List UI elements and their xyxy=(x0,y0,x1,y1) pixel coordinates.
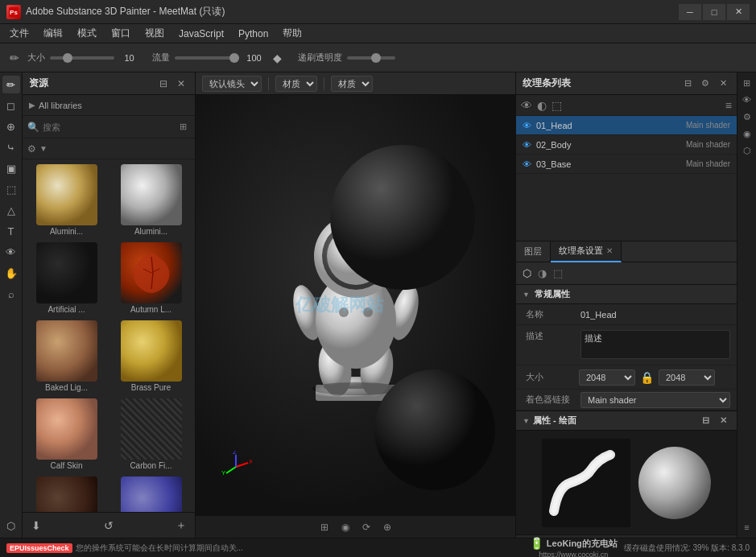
rt-icon3[interactable]: ⚙ xyxy=(740,109,754,124)
menu-help[interactable]: 帮助 xyxy=(276,25,308,42)
battery-icon: 🔋 xyxy=(530,537,543,550)
eye-tool[interactable]: 👁 xyxy=(2,243,20,261)
svg-text:Z: Z xyxy=(233,451,237,456)
camera-select[interactable]: 软认镜头 xyxy=(202,76,262,92)
brush-icon: ✏ xyxy=(6,50,23,66)
ts-toolbar: 👁 ◐ ⬚ ≡ xyxy=(516,95,737,116)
channel1-select[interactable]: 材质 xyxy=(275,76,317,92)
list-item[interactable]: Autumn L... xyxy=(110,241,192,316)
flow-value: 100 xyxy=(244,53,264,63)
attributes-section: ▼ 属性 - 绘面 ⊟ ✕ xyxy=(516,411,737,538)
tab-layers[interactable]: 图层 xyxy=(516,241,551,262)
ts-settings-icon-uvs[interactable]: ⬚ xyxy=(553,267,563,279)
ts-square-icon[interactable]: ⬚ xyxy=(552,99,562,112)
ts-attach-icon[interactable]: ⊟ xyxy=(680,76,695,91)
zoom-tool[interactable]: ⌕ xyxy=(2,285,20,303)
ts-eye-body: 👁 xyxy=(523,140,531,150)
viewport-canvas[interactable]: 亿破解网站 X Y Z xyxy=(196,95,515,515)
vp-icon2[interactable]: ◉ xyxy=(341,522,349,533)
desc-input[interactable]: 描述 xyxy=(580,330,730,359)
mat-name: Alumini... xyxy=(134,227,167,236)
menu-javascript[interactable]: JavaScript xyxy=(172,27,230,41)
list-item[interactable]: Artificial ... xyxy=(26,241,107,316)
close-button[interactable]: ✕ xyxy=(727,4,750,20)
list-item[interactable]: Coated ... xyxy=(26,475,107,512)
flow-slider[interactable] xyxy=(175,56,239,60)
rt-icon6[interactable]: ≡ xyxy=(740,520,754,534)
lock-icon[interactable]: 🔒 xyxy=(640,371,654,384)
ts-item-body[interactable]: 👁 02_Body Main shader xyxy=(516,135,737,155)
menu-mode[interactable]: 模式 xyxy=(71,25,103,42)
ts-filter-icon[interactable]: ≡ xyxy=(725,99,732,112)
refresh-icon[interactable]: ↺ xyxy=(100,517,118,534)
clone-tool[interactable]: ⊕ xyxy=(2,118,20,135)
tab-texture-settings[interactable]: 纹理条设置 ✕ xyxy=(551,241,622,262)
maximize-button[interactable]: □ xyxy=(703,4,725,20)
attr-close-icon[interactable]: ✕ xyxy=(716,414,730,428)
smudge-tool[interactable]: ⤷ xyxy=(2,138,20,156)
size-select1[interactable]: 2048 1024 512 4096 xyxy=(579,369,635,386)
list-item[interactable]: Cobalt Pu... xyxy=(110,475,192,512)
rt-icon1[interactable]: ⊞ xyxy=(740,76,754,90)
rt-icon5[interactable]: ⬡ xyxy=(740,143,754,158)
vp-icon4[interactable]: ⊕ xyxy=(383,522,391,533)
size-select2[interactable]: 2048 1024 512 4096 xyxy=(659,369,715,386)
ts-close-icon[interactable]: ✕ xyxy=(716,76,730,91)
window-controls: ─ □ ✕ xyxy=(679,4,750,20)
ts-item-base[interactable]: 👁 03_Base Main shader xyxy=(516,155,737,174)
menu-python[interactable]: Python xyxy=(232,27,275,41)
ts-settings-icon[interactable]: ⚙ xyxy=(698,76,713,91)
add-icon[interactable]: ＋ xyxy=(172,517,190,534)
menu-edit[interactable]: 编辑 xyxy=(37,25,69,42)
menu-file[interactable]: 文件 xyxy=(3,25,35,42)
ts-eye-icon[interactable]: 👁 xyxy=(521,99,532,112)
filter-icon[interactable]: ⚙ xyxy=(27,143,36,155)
attr-attach-icon[interactable]: ⊟ xyxy=(698,414,713,428)
grid-view-button[interactable]: ⊞ xyxy=(176,120,190,134)
panel-close-icon[interactable]: ✕ xyxy=(174,76,188,91)
panel-attach-icon[interactable]: ⊟ xyxy=(156,76,171,91)
ts-moon-icon[interactable]: ◐ xyxy=(537,99,547,112)
shader-label: 着色器链接 xyxy=(526,394,574,406)
text-tool[interactable]: T xyxy=(2,222,20,240)
list-item[interactable]: Brass Pure xyxy=(110,319,192,394)
status-logo: 🔋 LeoKing的充电站 xyxy=(530,537,618,550)
vp-icon1[interactable]: ⊞ xyxy=(320,522,328,533)
list-item[interactable]: Calf Skin xyxy=(26,397,107,472)
prop-row-name: 名称 01_Head xyxy=(516,304,737,325)
size-slider[interactable] xyxy=(50,56,114,60)
render-tool[interactable]: ⬡ xyxy=(2,517,20,534)
list-item[interactable]: Alumini... xyxy=(110,163,192,237)
list-item[interactable]: Alumini... xyxy=(26,163,107,237)
minimize-button[interactable]: ─ xyxy=(679,4,701,20)
sphere-bg xyxy=(322,137,483,298)
ts-settings-icon-material[interactable]: ⬡ xyxy=(523,267,531,279)
menu-window[interactable]: 窗口 xyxy=(105,25,137,42)
import-icon[interactable]: ⬇ xyxy=(27,517,45,534)
rt-icon2[interactable]: 👁 xyxy=(740,93,754,107)
tab-close-icon[interactable]: ✕ xyxy=(606,246,613,255)
status-message: 您的操作系统可能会在长时间计算期间自动关... xyxy=(76,543,243,554)
viewport-top-bar: 软认镜头 材质 材质 xyxy=(196,72,515,95)
opacity-slider[interactable] xyxy=(347,56,395,60)
eraser-tool[interactable]: ◻ xyxy=(2,97,20,114)
toolbar: ✏ 大小 10 流量 100 ◆ 递刷透明度 xyxy=(0,43,756,72)
hand-tool[interactable]: ✋ xyxy=(2,264,20,282)
vp-icon3[interactable]: ⟳ xyxy=(362,522,370,533)
paint-tool[interactable]: ✏ xyxy=(2,76,20,93)
breadcrumb-text[interactable]: All libraries xyxy=(39,101,82,110)
ts-settings-icon-bake[interactable]: ◑ xyxy=(538,267,547,279)
ts-item-head[interactable]: 👁 01_Head Main shader xyxy=(516,116,737,135)
search-input[interactable] xyxy=(43,122,172,132)
select-tool[interactable]: ⬚ xyxy=(2,180,20,198)
list-item[interactable]: Baked Lig... xyxy=(26,319,107,394)
ts-settings-icons-row: ⬡ ◑ ⬚ xyxy=(516,262,737,285)
rt-icon4[interactable]: ◉ xyxy=(740,126,754,141)
menu-view[interactable]: 视图 xyxy=(138,25,171,42)
geometry-tool[interactable]: △ xyxy=(2,201,20,219)
list-item[interactable]: Carbon Fi... xyxy=(110,397,192,472)
attr-icons: ⊟ ✕ xyxy=(698,414,730,428)
fill-tool[interactable]: ▣ xyxy=(2,159,20,177)
shader-select[interactable]: Main shader xyxy=(580,392,730,408)
channel2-select[interactable]: 材质 xyxy=(331,76,373,92)
